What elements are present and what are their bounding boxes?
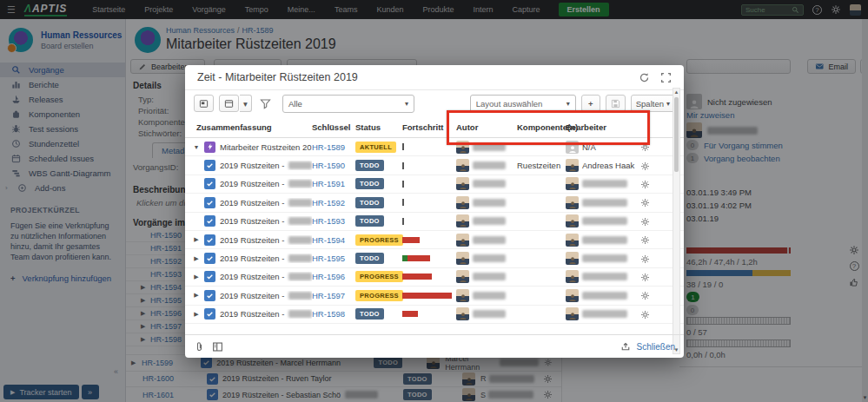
progress-bar	[402, 255, 456, 262]
row-gear-icon[interactable]	[640, 254, 650, 264]
share-icon[interactable]	[620, 341, 631, 352]
issue-key-link[interactable]: HR-1589	[312, 142, 355, 152]
status-badge: TODO	[355, 215, 384, 227]
dialog-title: Zeit - Mitarbeiter Rüstzeiten 2019	[197, 71, 358, 83]
author-cell	[456, 196, 517, 209]
author-cell	[456, 252, 517, 265]
assignee-name: Andreas Haak	[582, 161, 634, 170]
redacted-text	[288, 292, 312, 300]
expander-icon[interactable]	[192, 255, 201, 262]
columns-button[interactable]: Spalten▾	[631, 95, 675, 112]
row-gear-icon[interactable]	[640, 161, 650, 171]
issue-key-link[interactable]: HR-1598	[312, 309, 355, 319]
assignee-cell	[566, 289, 637, 302]
add-column-button[interactable]: +	[581, 95, 600, 112]
table-row[interactable]: 2019 Rüstzeiten - HR-1590 TODO Ruestzeit…	[185, 156, 684, 175]
assignee-avatar	[566, 234, 579, 247]
detail-view-icon[interactable]	[212, 341, 223, 353]
row-gear-icon[interactable]	[640, 310, 650, 320]
summary-text: 2019 Rüstzeiten -	[220, 309, 284, 319]
redacted-text	[473, 273, 506, 280]
scroll-up-arrow[interactable]: ▲	[673, 89, 679, 95]
save-disk-icon	[611, 99, 620, 109]
table-row[interactable]: 2019 Rüstzeiten - HR-1597 PROGRESS	[185, 287, 684, 305]
redacted-text	[582, 236, 627, 244]
fullscreen-icon[interactable]	[660, 72, 672, 83]
column-header-schluessel[interactable]: Schlüssel	[312, 122, 355, 132]
close-button[interactable]: Schließen	[637, 342, 675, 352]
filter-select[interactable]: Alle▾	[282, 95, 414, 113]
assignee-avatar	[566, 307, 579, 320]
issue-key-link[interactable]: HR-1596	[312, 272, 355, 281]
status-badge: AKTUELL	[355, 142, 396, 153]
redacted-text	[473, 310, 506, 318]
row-gear-icon[interactable]	[640, 180, 650, 189]
issue-key-link[interactable]: HR-1590	[312, 161, 355, 170]
epic-icon	[204, 142, 215, 153]
filter-funnel-icon[interactable]	[260, 98, 271, 109]
row-gear-icon[interactable]	[640, 291, 650, 300]
row-gear-icon[interactable]	[640, 198, 650, 208]
redacted-text	[288, 236, 312, 244]
author-avatar	[456, 270, 469, 283]
row-gear-icon[interactable]	[640, 235, 650, 245]
redacted-text	[473, 161, 506, 169]
expander-icon[interactable]	[192, 292, 201, 299]
redacted-text	[582, 292, 627, 300]
row-gear-icon[interactable]	[640, 217, 650, 227]
table-row[interactable]: 2019 Rüstzeiten - HR-1595 TODO	[185, 249, 684, 267]
redacted-text	[288, 310, 312, 318]
issue-key-link[interactable]: HR-1594	[312, 235, 355, 245]
issue-key-link[interactable]: HR-1597	[312, 291, 355, 300]
status-badge: TODO	[355, 178, 384, 189]
row-gear-icon[interactable]	[640, 273, 650, 282]
refresh-icon[interactable]	[639, 72, 650, 83]
expander-icon[interactable]	[192, 311, 201, 318]
issue-key-link[interactable]: HR-1595	[312, 254, 355, 263]
issue-key-link[interactable]: HR-1592	[312, 198, 355, 208]
author-cell	[456, 234, 517, 247]
redacted-text	[288, 199, 312, 207]
author-cell	[456, 159, 517, 172]
summary-text: 2019 Rüstzeiten -	[220, 179, 284, 188]
assignee-cell	[566, 252, 637, 265]
author-avatar	[456, 252, 469, 265]
expander-icon[interactable]	[192, 236, 201, 243]
collapse-window-icon	[224, 99, 234, 109]
assignee-avatar	[566, 196, 579, 209]
expander-icon[interactable]	[192, 144, 201, 150]
redacted-text	[473, 254, 506, 262]
table-row[interactable]: 2019 Rüstzeiten - HR-1596 PROGRESS	[185, 268, 684, 287]
issue-key-link[interactable]: HR-1593	[312, 216, 355, 226]
table-row[interactable]: 2019 Rüstzeiten - HR-1593 TODO	[185, 213, 684, 231]
assignee-cell	[566, 307, 637, 320]
author-cell	[456, 177, 517, 190]
column-header-status[interactable]: Status	[355, 122, 402, 132]
scrollbar-thumb[interactable]	[674, 97, 679, 172]
zeit-dialog: Zeit - Mitarbeiter Rüstzeiten 2019 ▾ All…	[185, 65, 684, 358]
assignee-cell	[566, 196, 637, 209]
issue-key-link[interactable]: HR-1591	[312, 179, 355, 188]
table-row[interactable]: 2019 Rüstzeiten - HR-1591 TODO	[185, 175, 684, 194]
summary-text: 2019 Rüstzeiten -	[220, 161, 284, 170]
table-row[interactable]: 2019 Rüstzeiten - HR-1592 TODO	[185, 194, 684, 212]
progress-indicator	[402, 162, 456, 169]
attachment-paperclip-icon[interactable]	[194, 341, 205, 353]
assignee-avatar	[566, 289, 579, 302]
table-row[interactable]: 2019 Rüstzeiten - HR-1594 PROGRESS	[185, 231, 684, 249]
subtask-checkbox-icon	[204, 215, 215, 227]
expand-all-button[interactable]	[194, 95, 214, 112]
table-scrollbar[interactable]: ▲ ▼	[673, 88, 680, 354]
collapse-all-button[interactable]	[219, 95, 239, 112]
assignee-avatar	[566, 159, 579, 172]
table-row[interactable]: 2019 Rüstzeiten - HR-1598 TODO	[185, 306, 684, 324]
save-layout-button[interactable]	[606, 95, 626, 112]
status-badge: PROGRESS	[355, 271, 403, 282]
column-header-zusammenfassung[interactable]: Zusammenfassung	[192, 122, 312, 132]
progress-bar	[402, 311, 456, 318]
expander-icon[interactable]	[192, 273, 201, 280]
view-options-caret[interactable]: ▾	[240, 95, 252, 112]
subtask-checkbox-icon	[204, 308, 215, 320]
status-badge: TODO	[355, 160, 384, 171]
summary-text: 2019 Rüstzeiten -	[220, 291, 284, 300]
